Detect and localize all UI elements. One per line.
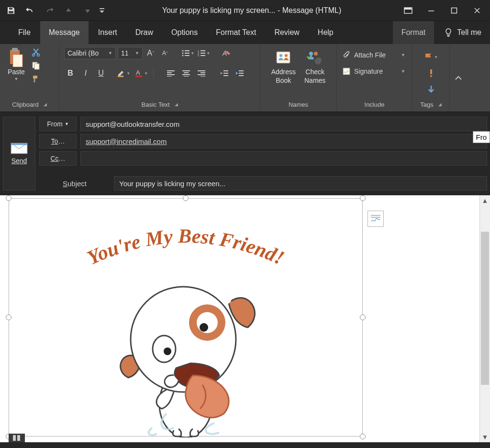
svg-rect-0	[9, 8, 12, 10]
address-book-icon	[274, 48, 293, 67]
align-left-button[interactable]	[165, 67, 177, 79]
message-body[interactable]: You're My Best Friend!	[0, 195, 490, 442]
puppy-image	[95, 256, 277, 437]
clipboard-launcher-icon[interactable]: ◢	[44, 102, 47, 107]
basic-text-launcher-icon[interactable]: ◢	[175, 102, 178, 107]
undo-button[interactable]	[21, 1, 39, 20]
grow-font-button[interactable]: A˄	[145, 47, 157, 59]
tags-launcher-icon[interactable]: ◢	[438, 102, 442, 107]
scroll-track[interactable]	[480, 206, 490, 432]
attach-file-button[interactable]: Attach File ▼	[342, 49, 407, 61]
highlight-button[interactable]	[116, 67, 131, 79]
svg-rect-8	[12, 48, 18, 52]
send-button[interactable]: Send	[3, 117, 35, 190]
follow-up-button[interactable]	[423, 51, 438, 63]
image-selection[interactable]: You're My Best Friend!	[9, 198, 363, 437]
format-painter-button[interactable]	[31, 74, 41, 84]
scroll-down-button[interactable]: ▼	[480, 432, 490, 442]
italic-button[interactable]: I	[79, 67, 92, 79]
resize-handle-nw[interactable]	[6, 195, 11, 201]
group-clipboard: Paste ▼ Clipboard◢	[0, 44, 59, 112]
tell-me-label: Tell me	[457, 28, 481, 37]
ribbon: Paste ▼ Clipboard◢ Calibri (Bo▼ 11▼ A˄ A…	[0, 44, 490, 112]
increase-indent-button[interactable]	[234, 67, 246, 79]
address-book-button[interactable]: Address Book	[269, 47, 298, 85]
redo-button[interactable]	[40, 1, 58, 20]
bullets-button[interactable]	[181, 47, 195, 59]
svg-rect-25	[200, 55, 205, 56]
previous-item-button[interactable]	[59, 1, 78, 20]
resize-handle-w[interactable]	[6, 314, 11, 320]
resize-handle-n[interactable]	[183, 195, 189, 201]
tab-file[interactable]: File	[10, 21, 39, 44]
svg-rect-2	[100, 8, 104, 9]
numbering-button[interactable]: 123	[197, 47, 211, 59]
scroll-up-button[interactable]: ▲	[480, 195, 490, 206]
tab-insert[interactable]: Insert	[89, 21, 126, 44]
vertical-scrollbar[interactable]: ▲ ▼	[479, 195, 490, 442]
svg-rect-17	[185, 53, 189, 54]
layout-options-button[interactable]	[368, 211, 384, 227]
svg-point-50	[285, 54, 288, 57]
font-size-combo[interactable]: 11▼	[118, 47, 143, 59]
group-basic-text: Calibri (Bo▼ 11▼ A˄ A˅ 123 A B I U A	[59, 44, 260, 112]
tab-draw[interactable]: Draw	[127, 21, 162, 44]
collapse-ribbon-button[interactable]	[450, 44, 467, 112]
to-field[interactable]: support@incredimail.com	[80, 134, 487, 148]
to-button[interactable]: To…	[39, 134, 77, 148]
signature-button[interactable]: Signature ▼	[342, 65, 407, 78]
from-field[interactable]: support@outlooktransfer.com	[80, 117, 487, 131]
next-item-button[interactable]	[78, 1, 97, 20]
tab-format-context[interactable]: Format	[393, 21, 434, 44]
shrink-font-button[interactable]: A˅	[159, 47, 171, 59]
envelope-icon	[11, 143, 28, 154]
tab-format-text[interactable]: Format Text	[207, 21, 265, 44]
tab-help[interactable]: Help	[309, 21, 342, 44]
ribbon-display-options-button[interactable]	[397, 0, 419, 21]
svg-rect-60	[371, 217, 380, 218]
maximize-button[interactable]	[443, 0, 465, 21]
align-right-button[interactable]	[195, 67, 208, 79]
tab-review[interactable]: Review	[266, 21, 308, 44]
svg-rect-40	[198, 74, 205, 75]
tell-me-search[interactable]: Tell me	[435, 21, 490, 44]
svg-rect-5	[428, 11, 434, 11]
svg-rect-42	[223, 70, 228, 71]
group-tags-label: Tags	[420, 101, 433, 108]
align-center-button[interactable]	[180, 67, 192, 79]
resize-handle-e[interactable]	[360, 314, 366, 320]
clear-formatting-button[interactable]: A	[220, 47, 233, 59]
clipboard-paste-icon	[7, 48, 26, 67]
tab-options[interactable]: Options	[163, 21, 206, 44]
svg-rect-39	[200, 72, 205, 73]
cut-button[interactable]	[31, 47, 41, 57]
low-importance-button[interactable]	[425, 83, 437, 96]
customize-qat-button[interactable]	[98, 1, 106, 20]
high-importance-button[interactable]	[425, 67, 437, 79]
group-basic-text-label: Basic Text	[141, 101, 169, 108]
check-names-button[interactable]: @ Check Names	[302, 47, 327, 85]
font-color-button[interactable]: A	[134, 67, 148, 79]
decrease-indent-button[interactable]	[218, 67, 231, 79]
subject-label: Subject	[39, 179, 110, 188]
svg-point-10	[33, 54, 35, 56]
resize-handle-ne[interactable]	[360, 195, 366, 201]
close-button[interactable]	[466, 0, 488, 21]
subject-field[interactable]: Your puppy is licking my screen...	[114, 176, 487, 190]
svg-point-68	[164, 347, 171, 355]
group-names: Address Book @ Check Names Names	[260, 44, 337, 112]
resize-handle-se[interactable]	[360, 434, 366, 439]
underline-button[interactable]: U	[95, 67, 107, 79]
copy-button[interactable]	[31, 60, 41, 71]
bold-button[interactable]: B	[64, 67, 77, 79]
tab-message[interactable]: Message	[40, 21, 89, 44]
from-button[interactable]: From▼	[39, 117, 77, 131]
svg-point-52	[314, 52, 318, 56]
save-button[interactable]	[2, 1, 20, 20]
font-name-combo[interactable]: Calibri (Bo▼	[64, 47, 116, 59]
cc-button[interactable]: Cc…	[39, 151, 77, 166]
scroll-thumb[interactable]	[481, 232, 489, 385]
paste-button[interactable]: Paste ▼	[5, 47, 28, 82]
minimize-button[interactable]	[420, 0, 442, 21]
cc-field[interactable]	[80, 151, 487, 166]
